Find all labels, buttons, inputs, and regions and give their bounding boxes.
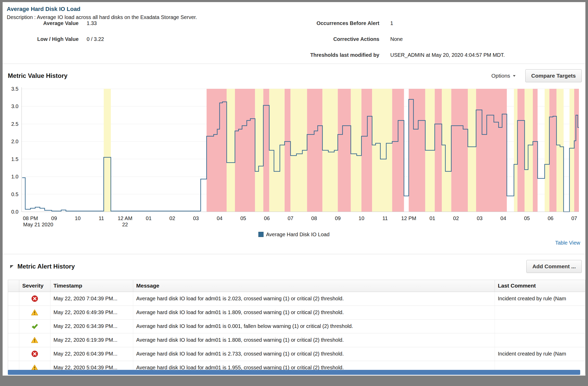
options-label: Options (491, 73, 510, 79)
corrective-actions-label: Corrective Actions (249, 36, 379, 42)
row-selector-cell[interactable] (8, 306, 19, 319)
svg-text:1.0: 1.0 (11, 174, 18, 179)
alert-row[interactable]: May 22, 2020 7:04:39 PM...Average hard d… (8, 292, 585, 306)
message-cell: Average hard disk IO load for adm01 is 1… (133, 333, 495, 347)
warning-icon (31, 309, 38, 316)
average-value-label: Average Value (7, 20, 79, 26)
alert-row[interactable]: May 22, 2020 6:49:39 PM...Average hard d… (8, 306, 585, 319)
critical-icon (31, 295, 38, 302)
timestamp-cell: May 22, 2020 7:04:39 PM... (50, 292, 133, 306)
metric-value-history-header: Metric Value History Options Compare Tar… (3, 69, 585, 83)
occurrences-before-alert: 1 (390, 20, 393, 26)
thresholds-modified-value: USER_ADMIN at May 20, 2020 4:04:57 PM MD… (390, 52, 505, 58)
low-high-value: 0 / 3.22 (87, 36, 104, 42)
severity-cell (19, 347, 50, 361)
alert-table: SeverityTimestampMessageLast Comment May… (8, 280, 585, 374)
svg-text:11: 11 (382, 215, 388, 221)
metric-chart-area: 0.00.51.01.52.02.53.03.508 PMMay 21 2020… (3, 85, 585, 229)
message-cell: Average hard disk IO load for adm01 is 2… (133, 292, 495, 306)
row-selector-cell[interactable] (8, 319, 19, 333)
svg-text:22: 22 (122, 222, 128, 227)
page-title: Average Hard Disk IO Load (7, 6, 585, 13)
svg-text:12 AM: 12 AM (118, 215, 132, 221)
svg-text:11: 11 (99, 215, 104, 221)
severity-cell (19, 319, 50, 333)
svg-text:09: 09 (335, 215, 341, 221)
svg-text:01: 01 (430, 215, 435, 221)
divider (3, 64, 585, 64)
alert-table-header-row: SeverityTimestampMessageLast Comment (8, 280, 585, 292)
svg-text:06: 06 (548, 215, 553, 221)
svg-text:02: 02 (453, 215, 459, 221)
svg-text:04: 04 (217, 215, 222, 221)
thresholds-modified-label: Thresholds last modified by (249, 52, 379, 58)
corrective-actions: None (390, 36, 403, 42)
summary-fields: Average Value 1.33 Low / High Value 0 / … (7, 20, 585, 62)
occurrences-before-alert-label: Occurrences Before Alert (249, 20, 379, 26)
chart-legend: Average Hard Disk IO Load (3, 232, 585, 237)
svg-text:10: 10 (75, 215, 81, 221)
page-header: Average Hard Disk IO Load Description : … (3, 2, 585, 64)
svg-text:3.5: 3.5 (11, 86, 18, 92)
alert-row[interactable]: May 22, 2020 6:04:39 PM...Average hard d… (8, 347, 585, 361)
clear-icon (31, 323, 38, 329)
compare-targets-button[interactable]: Compare Targets (525, 69, 582, 82)
svg-text:2.5: 2.5 (11, 121, 18, 127)
chevron-down-icon (513, 75, 516, 77)
row-selector-cell[interactable] (8, 292, 19, 306)
table-view-link[interactable]: Table View (555, 240, 580, 246)
svg-text:03: 03 (193, 215, 199, 221)
column-header-message[interactable]: Message (133, 280, 495, 292)
column-header-last-comment[interactable]: Last Comment (495, 280, 585, 292)
svg-text:09: 09 (51, 215, 57, 221)
alert-row[interactable]: May 22, 2020 6:19:39 PM...Average hard d… (8, 333, 585, 347)
svg-text:2.0: 2.0 (11, 139, 18, 144)
severity-cell (19, 333, 50, 347)
message-cell: Average hard disk IO load for adm01 is 0… (133, 319, 495, 333)
svg-text:12 PM: 12 PM (401, 215, 416, 221)
svg-text:May 21 2020: May 21 2020 (23, 222, 53, 227)
row-selector-cell[interactable] (8, 347, 19, 361)
options-menu[interactable]: Options (491, 73, 516, 79)
severity-cell (19, 292, 50, 306)
svg-text:07: 07 (571, 215, 577, 221)
svg-text:03: 03 (477, 215, 482, 221)
svg-text:08: 08 (311, 215, 317, 221)
metric-value-history-title: Metric Value History (8, 72, 67, 79)
legend-label: Average Hard Disk IO Load (266, 232, 329, 238)
alert-row[interactable]: May 22, 2020 6:34:39 PM...Average hard d… (8, 319, 585, 333)
timestamp-cell: May 22, 2020 6:34:39 PM... (50, 319, 133, 333)
metric-alert-history-title: Metric Alert History (17, 263, 75, 270)
last-comment-cell (495, 319, 585, 333)
horizontal-scrollbar-thumb[interactable] (8, 370, 580, 375)
average-value: 1.33 (87, 20, 97, 26)
svg-text:0.0: 0.0 (11, 209, 18, 215)
svg-text:0.5: 0.5 (11, 191, 18, 197)
low-high-value-label: Low / High Value (7, 36, 79, 42)
metric-detail-page: Average Hard Disk IO Load Description : … (3, 2, 585, 376)
timestamp-cell: May 22, 2020 6:04:39 PM... (50, 347, 133, 361)
metric-description: Description : Average IO load across all… (7, 14, 585, 20)
svg-text:07: 07 (287, 215, 293, 221)
svg-text:05: 05 (240, 215, 246, 221)
svg-text:1.5: 1.5 (11, 156, 18, 162)
row-selector-cell[interactable] (8, 333, 19, 347)
svg-text:05: 05 (524, 215, 530, 221)
timestamp-cell: May 22, 2020 6:19:39 PM... (50, 333, 133, 347)
last-comment-cell (495, 306, 585, 319)
add-comment-button[interactable]: Add Comment ... (526, 260, 582, 273)
column-header-timestamp[interactable]: Timestamp (50, 280, 133, 292)
column-header-severity[interactable]: Severity (19, 280, 50, 292)
metric-alert-history-header: Metric Alert History Add Comment ... (3, 258, 585, 275)
svg-text:06: 06 (264, 215, 270, 221)
message-cell: Average hard disk IO load for adm01 is 1… (133, 306, 495, 319)
svg-text:10: 10 (359, 215, 364, 221)
last-comment-cell: Incident created by rule (Nam (495, 347, 585, 361)
svg-text:3.0: 3.0 (11, 103, 18, 109)
selector-column-header (8, 280, 19, 292)
collapse-triangle-icon[interactable] (10, 265, 14, 269)
svg-text:02: 02 (169, 215, 175, 221)
svg-text:08 PM: 08 PM (23, 215, 38, 221)
svg-text:04: 04 (500, 215, 506, 221)
critical-icon (31, 350, 38, 357)
